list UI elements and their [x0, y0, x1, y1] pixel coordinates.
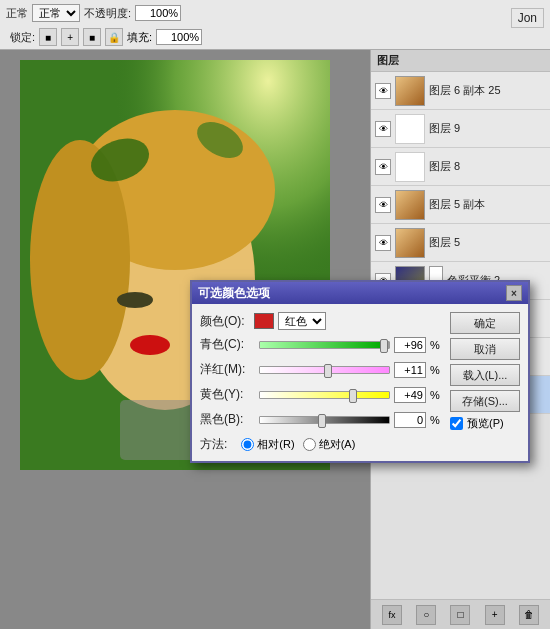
user-tag: Jon — [511, 8, 544, 28]
layer-name: 图层 5 副本 — [429, 197, 546, 212]
layers-footer: fx ○ □ + 🗑 — [371, 599, 550, 629]
color-row: 颜色(O): 红色 — [200, 312, 442, 330]
dialog-close-button[interactable]: × — [506, 285, 522, 301]
black-pct: % — [430, 414, 442, 426]
layer-eye[interactable]: 👁 — [375, 83, 391, 99]
mode-label: 正常 — [6, 6, 28, 21]
absolute-label: 绝对(A) — [319, 437, 356, 452]
cancel-button[interactable]: 取消 — [450, 338, 520, 360]
magenta-label: 洋红(M): — [200, 361, 255, 378]
layer-name: 图层 6 副本 25 — [429, 83, 546, 98]
layer-eye[interactable]: 👁 — [375, 235, 391, 251]
layers-title: 图层 — [377, 53, 399, 68]
yellow-slider-thumb[interactable] — [349, 389, 357, 403]
layer-item[interactable]: 👁 图层 5 — [371, 224, 550, 262]
new-layer-button[interactable]: + — [485, 605, 505, 625]
dialog-body: 颜色(O): 红色 青色(C): % 洋 — [192, 304, 528, 461]
svg-point-6 — [117, 292, 153, 308]
fill-label: 填充: — [127, 30, 152, 45]
cyan-slider-thumb[interactable] — [380, 339, 388, 353]
layer-thumbnail — [395, 190, 425, 220]
svg-rect-9 — [120, 400, 200, 460]
magenta-input[interactable] — [394, 362, 426, 378]
preview-checkbox[interactable] — [450, 417, 463, 430]
lock-icon4[interactable]: 🔒 — [105, 28, 123, 46]
dialog-right: 确定 取消 载入(L)... 存储(S)... 预览(P) — [450, 312, 520, 453]
relative-label: 相对(R) — [257, 437, 294, 452]
method-label: 方法: — [200, 436, 227, 453]
layer-thumbnail — [395, 152, 425, 182]
ok-button[interactable]: 确定 — [450, 312, 520, 334]
preview-label: 预览(P) — [467, 416, 504, 431]
toolbar-row2: 锁定: ■ + ■ 🔒 填充: — [6, 28, 202, 46]
selective-color-dialog: 可选颜色选项 × 颜色(O): 红色 青色(C): — [190, 280, 530, 463]
dialog-titlebar[interactable]: 可选颜色选项 × — [192, 282, 528, 304]
black-label: 黑色(B): — [200, 411, 255, 428]
load-button[interactable]: 载入(L)... — [450, 364, 520, 386]
cyan-input[interactable] — [394, 337, 426, 353]
yellow-slider-row: 黄色(Y): % — [200, 386, 442, 403]
top-toolbar: 正常 正常 不透明度: 锁定: ■ + ■ 🔒 填充: Jon — [0, 0, 550, 50]
cyan-pct: % — [430, 339, 442, 351]
layer-thumbnail — [395, 76, 425, 106]
yellow-input[interactable] — [394, 387, 426, 403]
layers-header: 图层 — [371, 50, 550, 72]
toolbar-row1: 正常 正常 不透明度: — [6, 4, 181, 22]
color-swatch — [254, 313, 274, 329]
magenta-slider-thumb[interactable] — [324, 364, 332, 378]
lock-label: 锁定: — [10, 30, 35, 45]
layer-eye[interactable]: 👁 — [375, 121, 391, 137]
canvas-bottom — [0, 470, 370, 629]
layer-eye[interactable]: 👁 — [375, 159, 391, 175]
color-label: 颜色(O): — [200, 313, 250, 330]
radio-group: 相对(R) 绝对(A) — [241, 437, 355, 452]
new-group-button[interactable]: □ — [450, 605, 470, 625]
layer-item[interactable]: 👁 图层 9 — [371, 110, 550, 148]
layer-name: 图层 8 — [429, 159, 546, 174]
layer-item[interactable]: 👁 图层 5 副本 — [371, 186, 550, 224]
dialog-left: 颜色(O): 红色 青色(C): % 洋 — [200, 312, 442, 453]
preview-row: 预览(P) — [450, 416, 520, 431]
layer-thumbnail — [395, 228, 425, 258]
magenta-pct: % — [430, 364, 442, 376]
yellow-label: 黄色(Y): — [200, 386, 255, 403]
layer-item[interactable]: 👁 图层 6 副本 25 — [371, 72, 550, 110]
fill-input[interactable] — [156, 29, 202, 45]
black-slider-row: 黑色(B): % — [200, 411, 442, 428]
cyan-slider-track[interactable] — [259, 341, 390, 349]
black-input[interactable] — [394, 412, 426, 428]
add-adjustment-button[interactable]: ○ — [416, 605, 436, 625]
black-slider-track[interactable] — [259, 416, 390, 424]
color-dropdown[interactable]: 红色 — [278, 312, 326, 330]
magenta-slider-track[interactable] — [259, 366, 390, 374]
mode-select[interactable]: 正常 — [32, 4, 80, 22]
cyan-label: 青色(C): — [200, 336, 255, 353]
layer-eye[interactable]: 👁 — [375, 197, 391, 213]
opacity-input[interactable] — [135, 5, 181, 21]
method-row: 方法: 相对(R) 绝对(A) — [200, 436, 442, 453]
magenta-slider-row: 洋红(M): % — [200, 361, 442, 378]
relative-radio-input[interactable] — [241, 438, 254, 451]
cyan-slider-row: 青色(C): % — [200, 336, 442, 353]
lock-icon3[interactable]: ■ — [83, 28, 101, 46]
layer-item[interactable]: 👁 图层 8 — [371, 148, 550, 186]
layer-thumbnail — [395, 114, 425, 144]
lock-icon2[interactable]: + — [61, 28, 79, 46]
relative-radio[interactable]: 相对(R) — [241, 437, 294, 452]
opacity-label: 不透明度: — [84, 6, 131, 21]
svg-point-5 — [130, 335, 170, 355]
lock-icon1[interactable]: ■ — [39, 28, 57, 46]
delete-layer-button[interactable]: 🗑 — [519, 605, 539, 625]
layer-name: 图层 5 — [429, 235, 546, 250]
fx-button[interactable]: fx — [382, 605, 402, 625]
yellow-pct: % — [430, 389, 442, 401]
black-slider-thumb[interactable] — [318, 414, 326, 428]
save-button[interactable]: 存储(S)... — [450, 390, 520, 412]
color-select-wrapper: 红色 — [254, 312, 326, 330]
absolute-radio[interactable]: 绝对(A) — [303, 437, 356, 452]
absolute-radio-input[interactable] — [303, 438, 316, 451]
layer-name: 图层 9 — [429, 121, 546, 136]
yellow-slider-track[interactable] — [259, 391, 390, 399]
dialog-title: 可选颜色选项 — [198, 285, 270, 302]
